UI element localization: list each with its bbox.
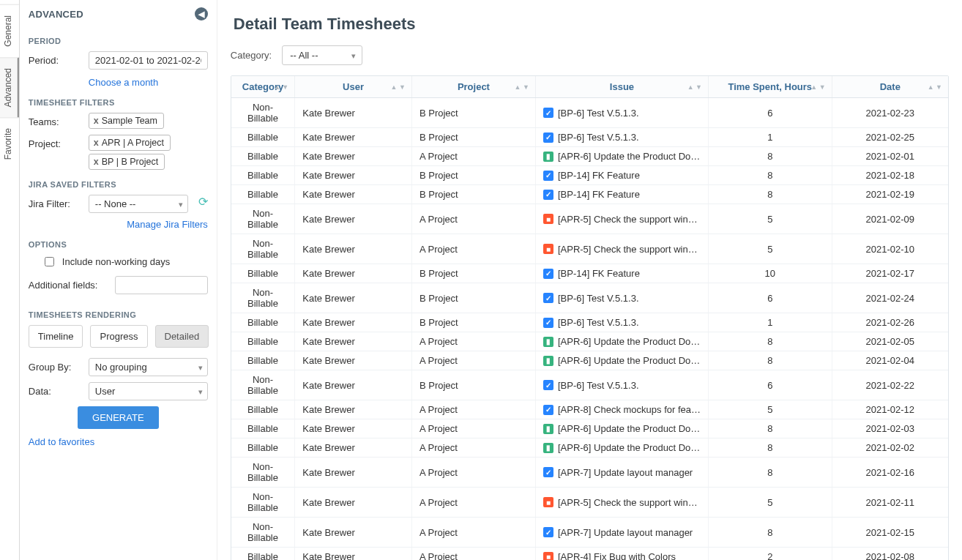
chip-remove-icon[interactable]: x: [94, 157, 99, 167]
table-row[interactable]: BillableKate BrewerA Project✓[APR-8] Che…: [231, 400, 948, 419]
cell: 2021-02-23: [832, 98, 948, 128]
sort-icon[interactable]: ▲ ▼: [274, 83, 288, 90]
table-row[interactable]: Non-BillableKate BrewerA Project✓[APR-7]…: [231, 518, 948, 548]
table-row[interactable]: BillableKate BrewerA Project▮[APR-6] Upd…: [231, 147, 948, 166]
table-row[interactable]: Non-BillableKate BrewerB Project✓[BP-6] …: [231, 370, 948, 400]
issue-type-icon: ■: [543, 214, 553, 224]
generate-button[interactable]: GENERATE: [78, 406, 159, 429]
project-chip[interactable]: xAPR | A Project: [89, 135, 171, 151]
collapse-icon[interactable]: ◀: [195, 7, 208, 20]
cell: 2021-02-03: [832, 419, 948, 438]
manage-jira-filters-link[interactable]: Manage Jira Filters: [29, 219, 208, 230]
cell: Kate Brewer: [295, 351, 412, 370]
cell: Billable: [231, 548, 295, 561]
groupby-select[interactable]: No grouping: [89, 358, 208, 376]
table-row[interactable]: BillableKate BrewerB Project✓[BP-14] FK …: [231, 185, 948, 204]
cell: ■[APR-4] Fix Bug with Colors: [535, 548, 708, 561]
chip-remove-icon[interactable]: x: [94, 116, 99, 126]
cell: Kate Brewer: [295, 166, 412, 185]
cell: ✓[BP-6] Test V.5.1.3.: [535, 283, 708, 313]
table-row[interactable]: BillableKate BrewerA Project▮[APR-6] Upd…: [231, 332, 948, 351]
table-row[interactable]: BillableKate BrewerA Project■[APR-4] Fix…: [231, 548, 948, 561]
period-input[interactable]: [89, 51, 208, 70]
render-mode-detailed[interactable]: Detailed: [155, 325, 209, 348]
cell: Billable: [231, 166, 295, 185]
issue-type-icon: ▮: [543, 424, 553, 434]
category-filter-select[interactable]: -- All --: [282, 45, 362, 65]
render-mode-timeline[interactable]: Timeline: [29, 325, 83, 348]
project-chip[interactable]: xBP | B Project: [89, 154, 165, 170]
issue-type-icon: ✓: [543, 108, 553, 118]
cell: Kate Brewer: [295, 264, 412, 283]
refresh-icon[interactable]: ⟳: [198, 195, 208, 209]
cell: A Project: [411, 488, 535, 518]
data-select[interactable]: User: [89, 382, 208, 400]
column-header[interactable]: Category▲ ▼: [231, 76, 295, 98]
cell: 5: [709, 234, 832, 264]
cell: Kate Brewer: [295, 548, 412, 561]
table-row[interactable]: Non-BillableKate BrewerA Project■[APR-5]…: [231, 204, 948, 234]
chip-remove-icon[interactable]: x: [94, 138, 99, 148]
sidebar-collapse-toggle[interactable]: ADVANCED ◀: [29, 0, 208, 26]
column-header[interactable]: Issue▲ ▼: [535, 76, 708, 98]
issue-type-icon: ✓: [543, 171, 553, 181]
table-row[interactable]: BillableKate BrewerB Project✓[BP-6] Test…: [231, 128, 948, 147]
team-chip[interactable]: xSample Team: [89, 113, 164, 129]
cell: 2021-02-25: [832, 128, 948, 147]
cell: 8: [709, 518, 832, 548]
include-nonworking-checkbox[interactable]: [45, 257, 54, 266]
column-header[interactable]: Date▲ ▼: [832, 76, 948, 98]
sort-icon[interactable]: ▲ ▼: [810, 83, 825, 90]
issue-type-icon: ✓: [543, 380, 553, 390]
table-row[interactable]: BillableKate BrewerB Project✓[BP-6] Test…: [231, 313, 948, 332]
jira-filter-select[interactable]: -- None --: [89, 195, 188, 213]
cell: A Project: [411, 332, 535, 351]
column-header[interactable]: Time Spent, Hours▲ ▼: [709, 76, 832, 98]
column-header[interactable]: User▲ ▼: [295, 76, 412, 98]
table-row[interactable]: Non-BillableKate BrewerA Project■[APR-5]…: [231, 234, 948, 264]
cell: 2021-02-19: [832, 185, 948, 204]
table-row[interactable]: Non-BillableKate BrewerA Project■[APR-5]…: [231, 488, 948, 518]
rail-tab-general[interactable]: General: [0, 4, 19, 57]
table-row[interactable]: BillableKate BrewerB Project✓[BP-14] FK …: [231, 264, 948, 283]
issue-type-icon: ✓: [543, 132, 553, 143]
cell: Billable: [231, 264, 295, 283]
sort-icon[interactable]: ▲ ▼: [391, 83, 406, 90]
cell: ✓[BP-6] Test V.5.1.3.: [535, 98, 708, 128]
cell: Kate Brewer: [295, 147, 412, 166]
cell: 2021-02-22: [832, 370, 948, 400]
add-favorites-link[interactable]: Add to favorites: [29, 436, 94, 447]
rail-tab-advanced[interactable]: Advanced: [0, 57, 19, 117]
choose-month-link[interactable]: Choose a month: [89, 77, 158, 88]
cell: ✓[BP-14] FK Feature: [535, 166, 708, 185]
table-row[interactable]: Non-BillableKate BrewerB Project✓[BP-6] …: [231, 283, 948, 313]
table-row[interactable]: BillableKate BrewerB Project✓[BP-14] FK …: [231, 166, 948, 185]
table-row[interactable]: BillableKate BrewerA Project▮[APR-6] Upd…: [231, 438, 948, 458]
issue-text: [APR-6] Update the Product Do…: [558, 151, 700, 162]
sort-icon[interactable]: ▲ ▼: [515, 83, 529, 90]
cell: 6: [709, 283, 832, 313]
issue-text: [BP-6] Test V.5.1.3.: [558, 380, 639, 391]
cell: 2021-02-24: [832, 283, 948, 313]
column-header[interactable]: Project▲ ▼: [411, 76, 535, 98]
table-row[interactable]: Non-BillableKate BrewerB Project✓[BP-6] …: [231, 98, 948, 128]
cell: Kate Brewer: [295, 128, 412, 147]
project-label: Project:: [29, 135, 83, 149]
table-row[interactable]: BillableKate BrewerA Project▮[APR-6] Upd…: [231, 419, 948, 438]
render-mode-progress[interactable]: Progress: [90, 325, 147, 348]
rail-tab-favorite[interactable]: Favorite: [0, 117, 19, 170]
additional-fields-input[interactable]: [115, 276, 208, 294]
sort-icon[interactable]: ▲ ▼: [687, 83, 702, 90]
cell: B Project: [411, 166, 535, 185]
cell: A Project: [411, 204, 535, 234]
cell: A Project: [411, 438, 535, 458]
cell: Non-Billable: [231, 204, 295, 234]
table-row[interactable]: BillableKate BrewerA Project▮[APR-6] Upd…: [231, 351, 948, 370]
sort-icon[interactable]: ▲ ▼: [928, 83, 942, 90]
issue-type-icon: ▮: [543, 356, 553, 366]
issue-type-icon: ✓: [543, 190, 553, 200]
cell: A Project: [411, 234, 535, 264]
section-jira-title: JIRA SAVED FILTERS: [29, 180, 208, 189]
table-row[interactable]: Non-BillableKate BrewerA Project✓[APR-7]…: [231, 458, 948, 488]
cell: Kate Brewer: [295, 283, 412, 313]
